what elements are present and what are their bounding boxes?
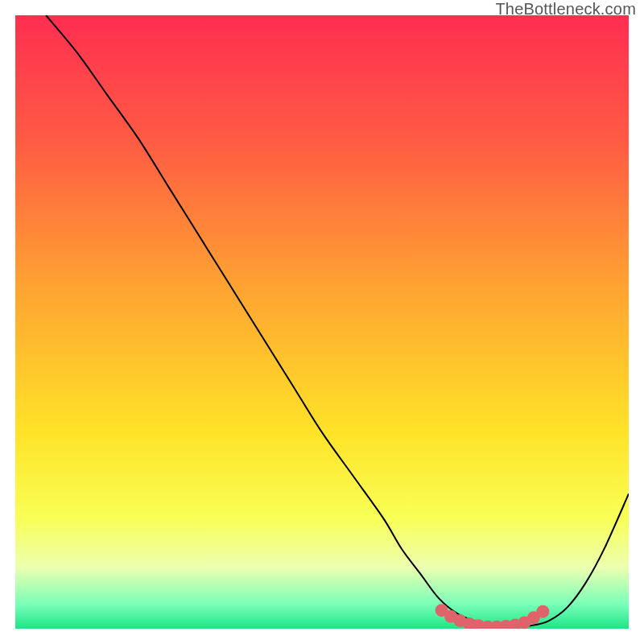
background-gradient	[15, 15, 629, 629]
bottleneck-chart: TheBottleneck.com	[0, 0, 644, 644]
plot-area	[15, 15, 629, 629]
chart-svg	[15, 15, 629, 629]
optimal-dot	[536, 605, 549, 618]
